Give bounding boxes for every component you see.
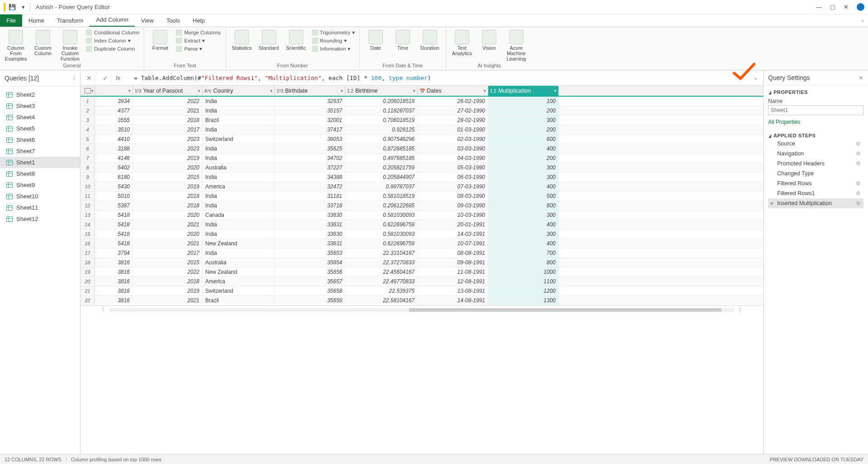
tab-transform[interactable]: Transform — [51, 14, 90, 27]
cell[interactable]: 3510 — [95, 125, 133, 134]
cell[interactable]: Australia — [203, 163, 275, 172]
grid-body[interactable]: 139342022India329370.20601851926-02-1990… — [80, 97, 763, 305]
cell[interactable]: America — [203, 277, 275, 286]
azure-ml-button[interactable]: Azure Machine Learning — [504, 29, 528, 61]
cell[interactable]: 100 — [488, 97, 559, 106]
cell[interactable]: 27-02-1990 — [418, 106, 488, 115]
statistics-button[interactable]: Statistics — [230, 29, 254, 51]
cell[interactable]: 6180 — [95, 173, 133, 182]
cell[interactable]: 26-02-1990 — [418, 97, 488, 106]
cell[interactable]: 0.581030093 — [345, 211, 418, 220]
maximize-button[interactable]: ▢ — [830, 4, 835, 10]
cell[interactable]: 02-03-1990 — [418, 135, 488, 144]
cell[interactable]: 400 — [488, 182, 559, 191]
table-row[interactable]: 1150102018India311810.58101851908-03-199… — [80, 192, 763, 201]
cell[interactable]: 10-03-1990 — [418, 211, 488, 220]
cell[interactable]: India — [203, 106, 275, 115]
cell[interactable]: 200 — [488, 125, 559, 134]
expand-formula-icon[interactable]: ⌄ — [751, 75, 760, 81]
table-row[interactable]: 335552018Brazil320010.70601851928-02-199… — [80, 116, 763, 125]
cell[interactable]: 3794 — [95, 248, 133, 258]
cell[interactable]: 3816 — [95, 296, 133, 305]
cell[interactable]: 35656 — [275, 267, 345, 277]
cell[interactable]: 3555 — [95, 116, 133, 125]
column-header-multiplication[interactable]: 1.2Multiplication▾ — [488, 86, 559, 96]
cell[interactable]: 2018 — [133, 201, 203, 210]
tab-add-column[interactable]: Add Column — [90, 14, 135, 27]
query-item-sheet6[interactable]: Sheet6 — [0, 134, 80, 145]
query-item-sheet5[interactable]: Sheet5 — [0, 123, 80, 134]
save-icon[interactable]: 💾 — [8, 3, 16, 11]
cell[interactable]: 35659 — [275, 296, 345, 305]
cell[interactable]: Brazil — [203, 296, 275, 305]
cell[interactable]: 0.205844907 — [345, 173, 418, 182]
table-row[interactable]: 1838162015Australia3565422.3727083309-08… — [80, 258, 763, 267]
column-header-dates[interactable]: 📅Dates▾ — [418, 86, 488, 96]
cell[interactable]: 2019 — [133, 154, 203, 163]
cell[interactable]: 0.622696759 — [345, 239, 418, 248]
minimize-button[interactable]: — — [816, 4, 822, 10]
step-filtered-rows[interactable]: Filtered Rows⚙ — [768, 178, 863, 188]
conditional-column-button[interactable]: Conditional Column — [85, 29, 140, 36]
cell[interactable]: 200 — [488, 154, 559, 163]
cell[interactable]: 37227 — [275, 163, 345, 172]
tab-file[interactable]: File — [0, 14, 22, 27]
cell[interactable]: 0.206122685 — [345, 201, 418, 210]
close-settings-button[interactable]: ✕ — [859, 75, 863, 81]
cell[interactable]: 2021 — [133, 220, 203, 229]
cell[interactable]: 2021 — [133, 296, 203, 305]
cell[interactable]: 33718 — [275, 201, 345, 210]
cell[interactable]: 20-01-1991 — [418, 220, 488, 229]
collapse-ribbon-icon[interactable]: ˆ — [862, 20, 863, 27]
merge-columns-button[interactable]: Merge Columns — [175, 29, 222, 36]
cell[interactable]: Canada — [203, 211, 275, 220]
cell[interactable]: India — [203, 192, 275, 201]
extract-button[interactable]: Extract ▾ — [175, 37, 222, 44]
cell[interactable]: 3816 — [95, 286, 133, 295]
cell[interactable]: 300 — [488, 211, 559, 220]
cell[interactable]: 2019 — [133, 286, 203, 295]
query-item-sheet10[interactable]: Sheet10 — [0, 191, 80, 202]
invoke-custom-function-button[interactable]: Invoke Custom Function — [58, 29, 82, 61]
cell[interactable]: India — [203, 125, 275, 134]
table-row[interactable]: 854022020Australia372270.20582175905-03-… — [80, 163, 763, 173]
cell[interactable]: 28-02-1990 — [418, 116, 488, 125]
cell[interactable]: 0.928125 — [345, 125, 418, 134]
cancel-formula-button[interactable]: ✕ — [83, 73, 95, 84]
table-row[interactable]: 2138162019Switzerland3565822.53937513-08… — [80, 286, 763, 296]
cell[interactable]: 13-08-1991 — [418, 286, 488, 295]
format-button[interactable]: Format — [148, 29, 172, 51]
query-item-sheet8[interactable]: Sheet8 — [0, 168, 80, 179]
cell[interactable]: 2018 — [133, 192, 203, 201]
query-item-sheet3[interactable]: Sheet3 — [0, 100, 80, 112]
cell[interactable]: 3934 — [95, 97, 133, 106]
cell[interactable]: 4146 — [95, 154, 133, 163]
cell[interactable]: 14-03-1991 — [418, 230, 488, 239]
cell[interactable]: 0.872685185 — [345, 144, 418, 153]
cell[interactable]: India — [203, 201, 275, 210]
cell[interactable]: 5418 — [95, 230, 133, 239]
cell[interactable]: 2022 — [133, 267, 203, 277]
cell[interactable]: America — [203, 182, 275, 191]
cell[interactable]: 06-03-1990 — [418, 173, 488, 182]
cell[interactable]: New Zealand — [203, 267, 275, 277]
cell[interactable]: 35657 — [275, 277, 345, 286]
cell[interactable]: 35625 — [275, 144, 345, 153]
cell[interactable]: 300 — [488, 173, 559, 182]
cell[interactable]: 34702 — [275, 154, 345, 163]
cell[interactable]: 11-08-1991 — [418, 267, 488, 277]
step-inserted-multiplication[interactable]: Inserted Multiplication⚙ — [768, 198, 863, 208]
cell[interactable]: 1100 — [488, 277, 559, 286]
cell[interactable]: 12-08-1991 — [418, 277, 488, 286]
cell[interactable]: 2023 — [133, 135, 203, 144]
scientific-button[interactable]: Scientific — [284, 29, 308, 51]
table-row[interactable]: 139342022India329370.20601851926-02-1990… — [80, 97, 763, 106]
step-navigation[interactable]: Navigation⚙ — [768, 149, 863, 159]
table-row[interactable]: 2038162018America3565722.4977083312-08-1… — [80, 277, 763, 286]
index-column-button[interactable]: Index Column ▾ — [85, 37, 140, 44]
collapse-icon[interactable]: ◢ — [769, 89, 771, 95]
table-row[interactable]: 961802015India343880.20584490706-03-1990… — [80, 173, 763, 182]
table-row[interactable]: 1938162022New Zealand3565622.4560416711-… — [80, 267, 763, 277]
cell[interactable]: 0.206018519 — [345, 97, 418, 106]
cell[interactable]: 10-07-1991 — [418, 239, 488, 248]
